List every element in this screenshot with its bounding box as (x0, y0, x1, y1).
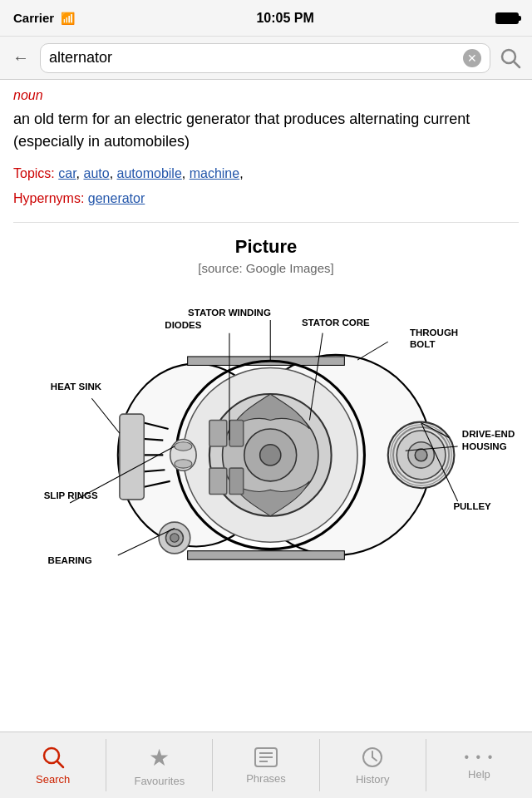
clear-button[interactable]: ✕ (463, 49, 481, 67)
svg-point-33 (170, 534, 179, 542)
diodes-label: DIODES (165, 321, 201, 331)
stator-core-label: STATOR CORE (302, 318, 370, 328)
topic-machine[interactable]: machine (190, 166, 239, 180)
tab-search-label: Search (36, 773, 70, 786)
stator-winding-label: STATOR WINDING (188, 308, 271, 318)
svg-line-54 (372, 757, 377, 761)
tab-bar: Search ★ Favourites Phrases History • • … (0, 732, 532, 798)
svg-point-11 (260, 445, 281, 466)
svg-rect-22 (209, 468, 227, 494)
bearing-label: BEARING (48, 556, 92, 566)
tab-help[interactable]: • • • Help (426, 732, 532, 798)
hypernyms-line: Hypernyms: generator (13, 188, 519, 209)
pulley-label: PULLEY (453, 502, 491, 512)
drive-end-label: DRIVE-END (462, 430, 515, 440)
svg-line-1 (514, 62, 520, 67)
svg-text:BOLT: BOLT (410, 340, 435, 350)
svg-point-20 (175, 460, 192, 468)
svg-point-28 (415, 449, 427, 461)
hypernyms-label: Hypernyms: (13, 191, 88, 205)
tab-history[interactable]: History (320, 732, 426, 798)
diagram-container: STATOR WINDING DIODES STATOR CORE HEAT S… (13, 285, 519, 619)
svg-rect-5 (188, 551, 345, 559)
search-tab-icon (41, 745, 66, 770)
svg-rect-21 (209, 421, 227, 446)
hypernym-generator[interactable]: generator (88, 191, 145, 205)
picture-source: [source: Google Images] (13, 261, 519, 275)
tab-phrases[interactable]: Phrases (213, 732, 318, 798)
section-divider (13, 222, 519, 223)
svg-point-19 (175, 442, 192, 451)
svg-rect-24 (229, 468, 244, 494)
topic-auto[interactable]: auto (83, 166, 109, 180)
alternator-diagram: STATOR WINDING DIODES STATOR CORE HEAT S… (13, 285, 519, 616)
search-icon-button[interactable] (497, 45, 524, 71)
history-tab-icon (360, 745, 385, 770)
picture-title: Picture (13, 236, 519, 258)
svg-text:HOUSING: HOUSING (462, 441, 507, 451)
tab-favourites[interactable]: ★ Favourites (106, 732, 212, 798)
slip-rings-label: SLIP RINGS (44, 490, 98, 500)
carrier-label: Carrier (13, 11, 54, 25)
tab-favourites-label: Favourites (134, 775, 185, 787)
topic-car[interactable]: car (58, 166, 76, 180)
phrases-tab-icon (254, 746, 278, 769)
status-bar: Carrier 📶 10:05 PM (0, 0, 532, 37)
heat-sink-label: HEAT SINK (51, 382, 102, 392)
back-button[interactable]: ← (8, 46, 33, 71)
tab-history-label: History (356, 773, 389, 786)
word-type: noun (13, 88, 519, 103)
search-input-wrapper[interactable]: alternator ✕ (40, 43, 490, 73)
wifi-icon: 📶 (61, 12, 75, 25)
favourites-tab-icon: ★ (149, 744, 170, 771)
topics-line: Topics: car, auto, automobile, machine, (13, 163, 519, 185)
search-bar: ← alternator ✕ (0, 37, 532, 80)
svg-rect-17 (120, 414, 144, 500)
svg-line-47 (57, 761, 63, 767)
search-input[interactable]: alternator (49, 49, 463, 66)
topics-label: Topics: (13, 166, 58, 180)
tab-search[interactable]: Search (0, 732, 106, 798)
definition-text: an old term for an electric generator th… (13, 108, 519, 153)
picture-section: Picture [source: Google Images] (13, 236, 519, 275)
help-tab-icon: • • • (465, 750, 495, 765)
svg-line-37 (91, 398, 120, 433)
content-area: noun an old term for an electric generat… (0, 80, 532, 732)
topic-automobile[interactable]: automobile (117, 166, 182, 180)
tab-phrases-label: Phrases (246, 772, 286, 785)
svg-line-38 (357, 342, 388, 360)
carrier-info: Carrier 📶 (13, 11, 75, 25)
through-bolt-label: THROUGH (410, 328, 458, 337)
tab-help-label: Help (468, 768, 490, 781)
time-display: 10:05 PM (256, 11, 313, 26)
svg-rect-23 (229, 421, 244, 446)
battery-area (495, 12, 519, 24)
battery-icon (495, 12, 519, 24)
